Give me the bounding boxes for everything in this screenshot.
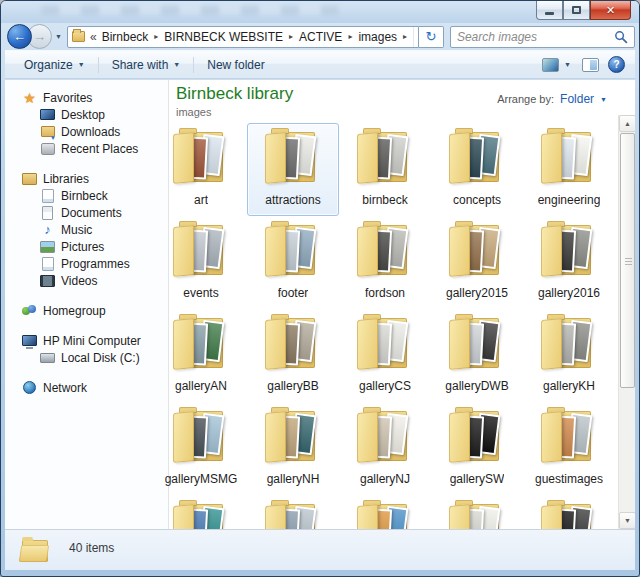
refresh-button[interactable]: ↻ <box>419 26 444 48</box>
folder-item-engineering[interactable]: engineering <box>523 123 615 216</box>
folder-item[interactable] <box>247 495 339 529</box>
scroll-up-button[interactable]: ▲ <box>619 115 635 132</box>
new-folder-button[interactable]: New folder <box>198 54 273 76</box>
maximize-button[interactable] <box>563 1 590 20</box>
toolbar-right-group: ▼ ? <box>530 54 635 76</box>
folder-item-galleryMSMG[interactable]: galleryMSMG <box>155 402 247 495</box>
sidebar-item-network[interactable]: Network <box>5 379 168 396</box>
folder-front-shape <box>19 545 49 562</box>
folder-icon <box>536 314 602 376</box>
sidebar-item-recent-places[interactable]: Recent Places <box>5 140 168 157</box>
sidebar-item-homegroup[interactable]: Homegroup <box>5 302 168 319</box>
folder-item-gallery2016[interactable]: gallery2016 <box>523 216 615 309</box>
library-title: Birnbeck library <box>176 84 293 104</box>
folder-item-events[interactable]: events <box>155 216 247 309</box>
preview-pane-button[interactable] <box>582 58 599 72</box>
sidebar-item-label: Documents <box>61 206 122 220</box>
toolbar-separator <box>98 57 99 73</box>
sidebar-item-documents[interactable]: Documents <box>5 204 168 221</box>
sidebar-item-music[interactable]: Music <box>5 221 168 238</box>
breadcrumb-chevron-icon: ▸ <box>154 32 158 41</box>
sidebar-item-desktop[interactable]: Desktop <box>5 106 168 123</box>
folder-item-galleryDWB[interactable]: galleryDWB <box>431 309 523 402</box>
folder-front-shape <box>449 318 470 370</box>
chevron-down-icon: ▼ <box>600 96 607 103</box>
folder-icon <box>168 221 234 283</box>
share-with-label: Share with <box>112 58 169 72</box>
folder-item-galleryCS[interactable]: galleryCS <box>339 309 431 402</box>
address-bar[interactable]: « Birnbeck ▸ BIRNBECK WEBSITE ▸ ACTIVE ▸… <box>67 26 419 48</box>
recent-pages-dropdown[interactable]: ▼ <box>55 33 62 40</box>
folder-icon <box>352 314 418 376</box>
folder-item-gallerySW[interactable]: gallerySW <box>431 402 523 495</box>
back-button[interactable]: ← <box>7 24 32 49</box>
search-input[interactable] <box>457 30 614 44</box>
folder-item[interactable] <box>155 495 247 529</box>
breadcrumb-chevron-icon: ▸ <box>348 32 352 41</box>
organize-button[interactable]: Organize ▼ <box>15 54 94 76</box>
folder-icon <box>260 500 326 529</box>
sidebar-item-favorites[interactable]: Favorites <box>5 89 168 106</box>
breadcrumb-chevron-icon: ▸ <box>403 32 407 41</box>
folder-front-shape <box>265 504 286 529</box>
scroll-down-button[interactable]: ▼ <box>619 512 635 529</box>
sidebar-section-group: Libraries Birnbeck Documents Music Pictu… <box>5 170 168 289</box>
folder-item-guestimages[interactable]: guestimages <box>523 402 615 495</box>
desktop-icon <box>40 108 55 122</box>
sidebar-section-group: Favorites Desktop Downloads Recent Place… <box>5 89 168 157</box>
folder-item-attractions[interactable]: attractions <box>247 123 339 216</box>
help-button[interactable]: ? <box>608 56 625 73</box>
folder-item-gallery2015[interactable]: gallery2015 <box>431 216 523 309</box>
scrollbar-thumb[interactable] <box>620 133 635 388</box>
folder-item-footer[interactable]: footer <box>247 216 339 309</box>
sidebar-section-label: Homegroup <box>43 304 106 318</box>
sidebar-item-downloads[interactable]: Downloads <box>5 123 168 140</box>
explorer-window: ✕ ← → ▼ « Birnbeck ▸ BIRNBECK WEBSITE ▸ … <box>0 0 640 577</box>
folder-icon <box>352 407 418 469</box>
sidebar-item-videos[interactable]: Videos <box>5 272 168 289</box>
breadcrumb-item[interactable]: BIRNBECK WEBSITE ▸ <box>164 30 299 44</box>
breadcrumb-overflow-chevron[interactable]: « <box>90 30 97 44</box>
title-bar[interactable]: ✕ <box>1 1 639 23</box>
search-icon[interactable] <box>614 30 628 44</box>
change-view-button[interactable]: ▼ <box>540 54 573 76</box>
folder-item-galleryKH[interactable]: galleryKH <box>523 309 615 402</box>
folder-icon <box>352 221 418 283</box>
folder-item-birnbeck[interactable]: birnbeck <box>339 123 431 216</box>
status-bar: 40 items <box>5 529 635 570</box>
music-icon <box>40 223 55 237</box>
sidebar-item-local-disk-c-[interactable]: Local Disk (C:) <box>5 349 168 366</box>
folder-item-concepts[interactable]: concepts <box>431 123 523 216</box>
folder-item[interactable] <box>339 495 431 529</box>
folder-item-galleryAN[interactable]: galleryAN <box>155 309 247 402</box>
sidebar-item-pictures[interactable]: Pictures <box>5 238 168 255</box>
vertical-scrollbar[interactable]: ▲ ▼ <box>618 115 635 529</box>
folder-item-fordson[interactable]: fordson <box>339 216 431 309</box>
folder-item[interactable] <box>523 495 615 529</box>
folder-label: galleryCS <box>359 379 411 393</box>
minimize-button[interactable] <box>536 1 563 20</box>
folder-label: fordson <box>365 286 405 300</box>
folder-item[interactable] <box>431 495 523 529</box>
folder-item-art[interactable]: art <box>155 123 247 216</box>
sidebar-item-hp-mini-computer[interactable]: HP Mini Computer <box>5 332 168 349</box>
folder-item-galleryBB[interactable]: galleryBB <box>247 309 339 402</box>
folder-item-galleryNJ[interactable]: galleryNJ <box>339 402 431 495</box>
sidebar-item-libraries[interactable]: Libraries <box>5 170 168 187</box>
arrange-by-control[interactable]: Arrange by: Folder ▼ <box>497 92 607 106</box>
window-frame <box>1 568 639 576</box>
documents-icon <box>40 206 55 220</box>
sidebar-item-label: Desktop <box>61 108 105 122</box>
pictures-icon <box>40 240 55 254</box>
sidebar-item-birnbeck[interactable]: Birnbeck <box>5 187 168 204</box>
sidebar-item-label: Pictures <box>61 240 104 254</box>
folder-item-galleryNH[interactable]: galleryNH <box>247 402 339 495</box>
breadcrumb-item[interactable]: images ▸ <box>358 30 413 44</box>
share-with-button[interactable]: Share with ▼ <box>103 54 190 76</box>
breadcrumb-item[interactable]: ACTIVE ▸ <box>299 30 358 44</box>
breadcrumb-item[interactable]: Birnbeck ▸ <box>102 30 165 44</box>
close-button[interactable]: ✕ <box>590 1 631 20</box>
folder-icon <box>444 128 510 190</box>
sidebar-item-programmes[interactable]: Programmes <box>5 255 168 272</box>
sidebar-item-label: Birnbeck <box>61 189 108 203</box>
